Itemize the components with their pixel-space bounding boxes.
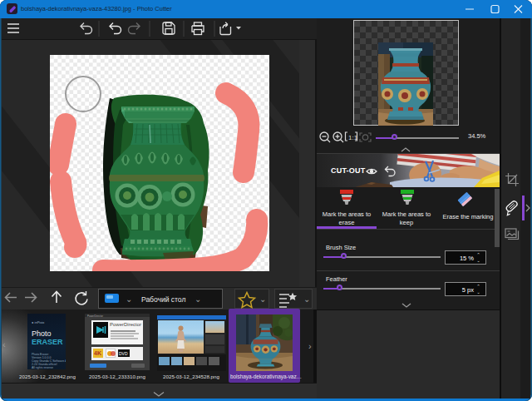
svg-text:4K: 4K xyxy=(94,350,101,356)
svg-text:1:1: 1:1 xyxy=(348,134,358,141)
svg-text:DVD: DVD xyxy=(119,351,128,356)
